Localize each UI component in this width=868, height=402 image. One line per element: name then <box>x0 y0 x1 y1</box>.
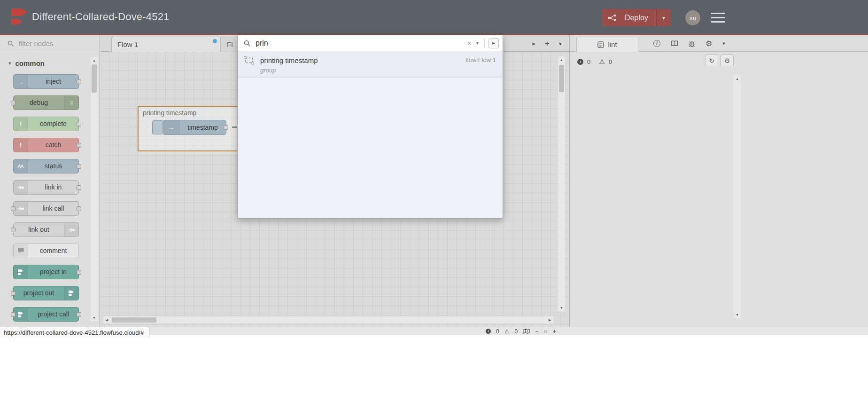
palette-node-label: inject <box>28 75 78 88</box>
scrollbar-thumb[interactable] <box>112 317 156 323</box>
flowfuse-logo-icon[interactable] <box>10 8 28 26</box>
scroll-down-icon[interactable]: ▼ <box>91 314 98 321</box>
sidebar-tab-label: lint <box>608 40 617 48</box>
add-flow-button[interactable]: + <box>545 39 550 48</box>
canvas-horizontal-scrollbar[interactable]: ◀ ▶ <box>103 316 553 323</box>
canvas-vertical-scrollbar[interactable]: ▲ ▼ <box>558 56 565 311</box>
scroll-up-icon[interactable]: ▲ <box>558 56 565 63</box>
lint-toolbar-buttons: ↻ ⚙ <box>705 55 734 66</box>
gear-icon[interactable]: ⚙ <box>705 39 712 48</box>
search-options-button[interactable]: ▸ <box>488 38 499 48</box>
info-count-icon[interactable]: i <box>486 329 491 334</box>
scroll-down-icon[interactable]: ▼ <box>734 311 741 318</box>
tab-label: Fl <box>227 40 233 48</box>
palette-node-status[interactable]: status <box>13 159 79 173</box>
sidebar-scrollbar[interactable]: ▲ ▼ <box>734 75 741 318</box>
node-input-port <box>11 312 16 317</box>
scroll-left-icon[interactable]: ◀ <box>103 316 110 323</box>
palette-node-debug[interactable]: debug ≡ <box>13 95 79 110</box>
node-output-port <box>77 79 81 84</box>
node-output-port <box>77 143 81 148</box>
hamburger-menu-icon[interactable] <box>711 13 725 23</box>
node-output-port[interactable] <box>224 125 228 130</box>
zoom-reset-button[interactable]: ○ <box>544 328 548 335</box>
palette-node-project-in[interactable]: project in <box>13 265 79 279</box>
scroll-right-icon[interactable]: ▶ <box>546 316 553 323</box>
search-panel: × ▾ ▸ printing timestamp group flow:Flow… <box>237 35 503 219</box>
node-output-port <box>77 270 81 275</box>
palette-node-catch[interactable]: ! catch <box>13 138 79 152</box>
palette-scrollbar[interactable]: ▲ ▼ <box>91 57 98 321</box>
inject-icon: → <box>14 75 28 88</box>
palette-filter-input[interactable] <box>18 39 90 48</box>
sidebar-more-tabs-icon[interactable]: ▾ <box>722 40 725 47</box>
node-input-port <box>11 291 16 296</box>
node-input-port <box>11 228 16 232</box>
inject-node[interactable]: → timestamp <box>163 120 226 135</box>
palette-node-link-out[interactable]: link out <box>13 222 79 237</box>
palette-node-project-out[interactable]: project out <box>13 286 79 300</box>
project-icon <box>64 286 78 300</box>
palette-node-label: complete <box>28 117 78 131</box>
link-icon <box>64 223 78 236</box>
tab-scroll-right-icon[interactable]: ▸ <box>533 40 536 47</box>
sidebar-tab-lint[interactable]: lint <box>576 37 638 52</box>
palette-node-link-call[interactable]: link call <box>13 201 79 216</box>
zoom-out-button[interactable]: − <box>535 328 539 335</box>
help-book-icon[interactable] <box>671 40 678 47</box>
node-output-port <box>77 185 81 190</box>
deploy-label: Deploy <box>617 14 656 22</box>
navigator-map-icon[interactable] <box>523 329 530 334</box>
sidebar-tabbar: lint i ⚙ ▾ <box>570 35 868 52</box>
warning-icon[interactable]: ⚠ <box>504 328 510 335</box>
palette-node-label: comment <box>28 244 78 258</box>
node-label: timestamp <box>179 120 226 134</box>
debug-bug-icon[interactable] <box>689 40 695 47</box>
clear-search-icon[interactable]: × <box>465 39 474 47</box>
tabbar-actions: ▸ + ▾ <box>533 35 562 52</box>
result-subtitle: group <box>260 67 318 74</box>
palette-node-label: project out <box>14 286 64 300</box>
node-output-port <box>77 312 81 317</box>
scroll-up-icon[interactable]: ▲ <box>91 57 98 64</box>
palette-node-complete[interactable]: ! complete <box>13 117 79 131</box>
refresh-button[interactable]: ↻ <box>705 55 718 66</box>
user-avatar[interactable]: su <box>685 10 700 25</box>
palette-node-link-in[interactable]: link in <box>13 180 79 195</box>
deploy-button[interactable]: Deploy ▾ <box>602 9 671 26</box>
palette-node-label: project call <box>28 307 78 321</box>
gear-icon: ⚙ <box>724 57 730 64</box>
scrollbar-thumb[interactable] <box>92 64 97 93</box>
palette-category-common[interactable]: ▾ common <box>0 52 99 67</box>
zoom-in-button[interactable]: + <box>553 328 557 335</box>
palette-node-project-call[interactable]: project call <box>13 307 79 322</box>
flow-list-button[interactable]: ▾ <box>559 40 562 47</box>
search-result[interactable]: printing timestamp group flow:Flow 1 <box>238 51 503 78</box>
scrollbar-thumb[interactable] <box>559 65 564 92</box>
complete-icon: ! <box>14 117 28 131</box>
deploy-options-button[interactable]: ▾ <box>656 9 671 26</box>
status-icon <box>14 159 28 173</box>
unsaved-indicator <box>213 39 217 43</box>
lint-toolbar: i 0 ⚠ 0 ↻ ⚙ <box>570 52 741 71</box>
palette-node-label: debug <box>14 96 64 110</box>
palette-node-inject[interactable]: → inject <box>13 74 79 89</box>
palette-node-comment[interactable]: comment <box>13 244 79 258</box>
node-input-port <box>11 206 16 211</box>
footer-warning-count: 0 <box>514 328 518 335</box>
tab-flow-1[interactable]: Flow 1 <box>111 37 221 52</box>
result-text: printing timestamp group <box>260 56 318 78</box>
instance-title: Different-Collared-Dove-4521 <box>32 11 170 23</box>
search-input[interactable] <box>255 39 465 48</box>
scroll-down-icon[interactable]: ▼ <box>558 304 565 311</box>
palette-node-label: link call <box>28 202 78 215</box>
search-icon <box>8 40 14 47</box>
lint-settings-button[interactable]: ⚙ <box>721 55 734 66</box>
scroll-up-icon[interactable]: ▲ <box>734 75 741 82</box>
status-url-text: https://different-collared-dove-4521.flo… <box>4 329 144 336</box>
inject-trigger-button[interactable] <box>152 120 163 134</box>
info-icon[interactable]: i <box>653 40 660 47</box>
palette-node-label: link in <box>28 181 78 194</box>
comment-icon <box>14 244 28 258</box>
search-history-caret-icon[interactable]: ▾ <box>474 40 480 46</box>
